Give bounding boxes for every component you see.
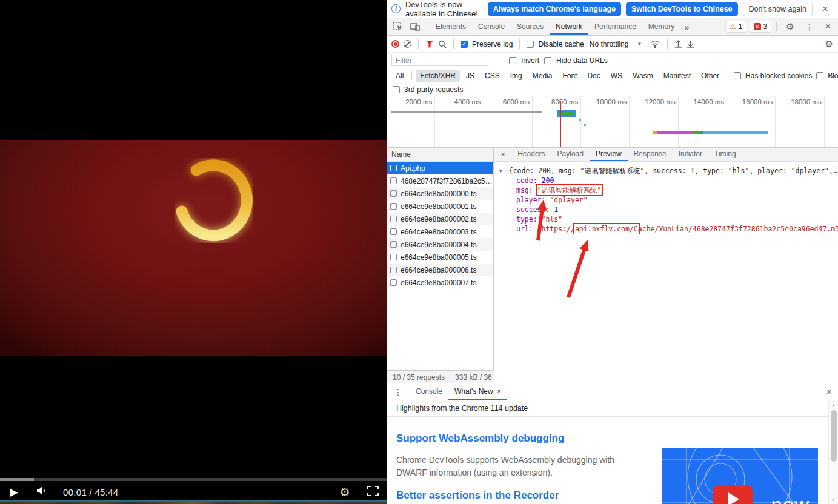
scroll-up-icon[interactable]: ▲ [829, 400, 838, 407]
warnings-badge[interactable]: ⚠ 1 [725, 21, 747, 33]
filter-funnel-icon[interactable] [425, 40, 434, 48]
search-icon[interactable] [438, 40, 447, 48]
request-checkbox[interactable] [390, 190, 397, 197]
chip-ws[interactable]: WS [607, 70, 627, 82]
request-checkbox[interactable] [390, 228, 397, 235]
volume-icon[interactable] [28, 486, 56, 498]
request-row[interactable]: e664ce9e8ba000002.ts [387, 213, 493, 225]
export-har-icon[interactable] [687, 40, 694, 48]
request-row[interactable]: e664ce9e8ba000006.ts [387, 264, 493, 276]
request-row[interactable]: 468e28747f3f72861ba2c5… [387, 174, 493, 187]
drawer-scrollbar[interactable]: ▲ ▼ [828, 400, 838, 504]
blocked-requests-checkbox[interactable] [816, 72, 823, 79]
request-checkbox[interactable] [390, 216, 397, 222]
waterfall-mark [391, 111, 542, 113]
devtools-close-icon[interactable]: × [820, 21, 836, 32]
import-har-icon[interactable] [674, 40, 682, 48]
detail-tab-initiator[interactable]: Initiator [673, 148, 708, 161]
video-logo-crescent [165, 147, 262, 256]
drawer-menu-icon[interactable]: ⋮ [387, 387, 410, 397]
chip-css[interactable]: CSS [481, 70, 504, 82]
detail-tab-response[interactable]: Response [628, 148, 673, 161]
hide-data-urls-checkbox[interactable] [544, 57, 551, 64]
request-checkbox[interactable] [390, 267, 397, 273]
request-row[interactable]: e664ce9e8ba000000.ts [387, 187, 493, 200]
request-row[interactable]: e664ce9e8ba000005.ts [387, 251, 493, 264]
invert-checkbox[interactable] [509, 57, 516, 64]
scroll-down-icon[interactable]: ▼ [829, 497, 838, 502]
drawer-tab-console[interactable]: Console [410, 383, 448, 400]
network-settings-gear-icon[interactable]: ⚙ [825, 39, 833, 50]
detail-tab-preview[interactable]: Preview [590, 148, 628, 161]
tab-memory[interactable]: Memory [642, 18, 680, 35]
switch-to-chinese-button[interactable]: Switch DevTools to Chinese [626, 2, 737, 16]
youtube-play-icon[interactable] [713, 485, 753, 504]
preserve-log-checkbox[interactable]: ✓ [461, 41, 468, 48]
whatsnew-heading-wasm[interactable]: Support WebAssembly debugging [396, 433, 838, 445]
chip-img[interactable]: Img [506, 70, 527, 82]
chip-media[interactable]: Media [528, 70, 557, 82]
chip-doc[interactable]: Doc [583, 70, 604, 82]
timeline-tick-label: 4000 ms [435, 96, 484, 147]
request-checkbox[interactable] [390, 177, 397, 184]
filter-input[interactable] [391, 55, 488, 66]
request-row[interactable]: e664ce9e8ba000003.ts [387, 225, 493, 238]
request-row[interactable]: e664ce9e8ba000004.ts [387, 238, 493, 251]
chip-js[interactable]: JS [462, 70, 479, 82]
network-overview-timeline[interactable]: 2000 ms4000 ms6000 ms8000 ms10000 ms1200… [387, 96, 838, 148]
fullscreen-icon[interactable] [359, 486, 387, 499]
play-button[interactable]: ▶ [0, 486, 28, 499]
json-summary-line[interactable]: ▼ {code: 200, msg: "诺讯智能解析系统", success: … [499, 166, 836, 176]
errors-badge[interactable]: ✕ 3 [750, 21, 772, 33]
request-row[interactable]: e664ce9e8ba000007.ts [387, 276, 493, 289]
dont-show-again-button[interactable]: Don't show again [743, 2, 813, 16]
chip-fetch-xhr[interactable]: Fetch/XHR [416, 70, 460, 82]
tab-network[interactable]: Network [550, 18, 588, 35]
detail-tab-payload[interactable]: Payload [551, 148, 590, 161]
chip-other[interactable]: Other [697, 70, 723, 82]
detail-tab-headers[interactable]: Headers [511, 148, 551, 161]
drawer-close-icon[interactable]: × [820, 386, 838, 397]
video-settings-icon[interactable]: ⚙ [331, 485, 359, 499]
infobar-close-icon[interactable]: × [817, 3, 833, 15]
request-row[interactable]: Api.php [387, 162, 493, 174]
expand-arrow-icon[interactable]: ▼ [499, 168, 502, 174]
request-checkbox[interactable] [390, 241, 397, 248]
tab-performance[interactable]: Performance [588, 18, 642, 35]
detail-close-icon[interactable]: × [494, 150, 511, 159]
record-button[interactable] [391, 40, 399, 48]
request-checkbox[interactable] [390, 254, 397, 260]
requests-table: Name Api.php468e28747f3f72861ba2c5…e664c… [387, 148, 494, 383]
video-frame[interactable] [0, 140, 387, 356]
chip-wasm[interactable]: Wasm [628, 70, 657, 82]
request-checkbox[interactable] [390, 165, 397, 171]
tab-close-icon[interactable]: × [497, 386, 502, 396]
detail-tab-timing[interactable]: Timing [708, 148, 742, 161]
tab-console[interactable]: Console [472, 18, 511, 35]
match-language-button[interactable]: Always match Chrome's language [488, 2, 621, 16]
third-party-checkbox[interactable] [393, 86, 400, 93]
third-party-row: 3rd-party requests [387, 84, 838, 96]
devtools-menu-icon[interactable]: ⋮ [801, 22, 818, 31]
throttling-select[interactable]: No throttling ▼ [590, 40, 642, 48]
clear-button[interactable] [404, 40, 411, 48]
device-toolbar-icon[interactable] [407, 22, 424, 31]
request-row[interactable]: e664ce9e8ba000001.ts [387, 200, 493, 213]
name-column-header[interactable]: Name [387, 148, 493, 162]
network-conditions-icon[interactable] [650, 40, 660, 48]
tab-sources[interactable]: Sources [511, 18, 550, 35]
inspect-element-icon[interactable] [389, 22, 407, 31]
whatsnew-video-thumbnail[interactable]: new [662, 448, 818, 504]
more-tabs-icon[interactable]: » [680, 22, 693, 32]
chip-all[interactable]: All [391, 70, 408, 82]
drawer-tab-what-s-new[interactable]: What's New× [448, 383, 507, 400]
chip-manifest[interactable]: Manifest [659, 70, 695, 82]
request-checkbox[interactable] [390, 203, 397, 210]
request-checkbox[interactable] [390, 279, 397, 286]
has-blocked-cookies-checkbox[interactable] [734, 72, 741, 79]
disable-cache-checkbox[interactable] [527, 41, 534, 48]
chip-font[interactable]: Font [558, 70, 581, 82]
scrollbar-thumb[interactable] [831, 410, 837, 462]
settings-gear-icon[interactable]: ⚙ [782, 21, 798, 32]
tab-elements[interactable]: Elements [430, 18, 472, 35]
